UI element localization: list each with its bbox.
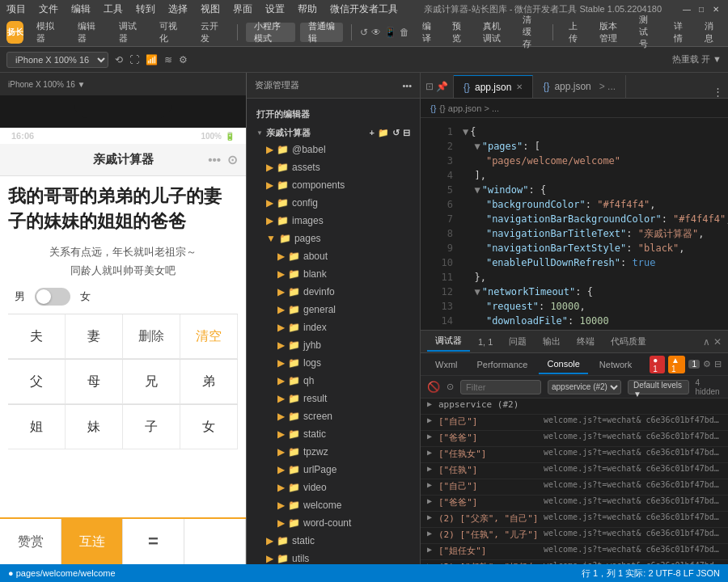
refresh-tree-icon[interactable]: ↺ — [392, 128, 400, 138]
network-icon[interactable]: 📶 — [146, 54, 158, 65]
folder-urlpage[interactable]: ▶ 📁 urlPage — [247, 461, 420, 479]
subtab-wxml[interactable]: Wxml — [427, 355, 466, 374]
menu-item-settings[interactable]: 设置 — [265, 2, 285, 16]
device-select[interactable]: iPhone X 100% 16 — [6, 52, 108, 68]
details-button[interactable]: 详情 — [666, 23, 691, 42]
bottom-interconnect[interactable]: 互连 — [61, 519, 123, 564]
subtab-console[interactable]: Console — [539, 355, 587, 374]
mode-dropdown[interactable]: 小程序模式 — [246, 23, 295, 42]
preview-button[interactable]: 预览 — [444, 23, 469, 42]
more-icon[interactable]: ••• — [208, 153, 221, 167]
refresh-icon[interactable]: ↺ — [360, 27, 368, 38]
menu-item-goto[interactable]: 转到 — [136, 2, 155, 16]
folder-babel[interactable]: ▶ 📁 @babel — [247, 141, 420, 158]
subtab-network[interactable]: Network — [591, 355, 640, 374]
gender-switch[interactable] — [35, 288, 70, 306]
relation-son[interactable]: 子 — [123, 405, 180, 449]
relation-clear[interactable]: 清空 — [180, 314, 238, 359]
tab-close-icon[interactable]: ✕ — [516, 82, 523, 91]
folder-result[interactable]: ▶ 📁 result — [247, 390, 420, 407]
console-source-select[interactable]: appservice (#2) — [548, 380, 621, 394]
relation-husband[interactable]: 夫 — [8, 314, 66, 359]
camera-icon[interactable]: ⊙ — [227, 153, 238, 167]
console-filter-input[interactable] — [460, 380, 541, 394]
menu-item-tools[interactable]: 工具 — [104, 2, 123, 16]
new-file-icon[interactable]: + — [370, 128, 375, 138]
message-button[interactable]: 消息 — [696, 23, 722, 42]
folder-static[interactable]: ▶ 📁 static — [247, 532, 420, 550]
folder-assets[interactable]: ▶ 📁 assets — [247, 158, 420, 176]
folder-video[interactable]: ▶ 📁 video — [247, 479, 420, 496]
folder-about[interactable]: ▶ 📁 about — [247, 247, 420, 265]
phone-icon[interactable]: 📱 — [384, 27, 396, 38]
menu-item-project[interactable]: 项目 — [6, 2, 26, 16]
folder-logs[interactable]: ▶ 📁 logs — [247, 354, 420, 372]
settings2-icon[interactable]: ⚙ — [179, 54, 188, 65]
folder-index[interactable]: ▶ 📁 index — [247, 318, 420, 336]
menu-item-file[interactable]: 文件 — [39, 2, 58, 16]
version-button[interactable]: 版本管理 — [591, 23, 626, 42]
menu-item-edit[interactable]: 编辑 — [71, 2, 91, 16]
folder-word-count[interactable]: ▶ 📁 word-count — [247, 514, 420, 532]
devtools-tab-terminal[interactable]: 终端 — [569, 332, 603, 352]
folder-components[interactable]: ▶ 📁 components — [247, 176, 420, 194]
real-machine-button[interactable]: 真机调试 — [475, 23, 510, 42]
code-editor[interactable]: 1 ▼{ 2 ▼"pages": [ 3 "pages/welcome/welc… — [421, 118, 728, 330]
menu-item-view[interactable]: 视图 — [201, 2, 220, 16]
devtools-tab-console[interactable]: 调试器 — [427, 332, 470, 352]
folder-config[interactable]: ▶ 📁 config — [247, 194, 420, 212]
visible-button[interactable]: 可视化 — [151, 23, 188, 42]
devtools-tab-11[interactable]: 1, 1 — [470, 332, 501, 352]
devtools-tab-issues[interactable]: 问题 — [501, 332, 535, 352]
folder-static-pages[interactable]: ▶ 📁 static — [247, 425, 420, 443]
editor-button[interactable]: 编辑器 — [70, 23, 106, 42]
bookmark-icon[interactable]: ⊡ — [425, 81, 434, 92]
pin-icon[interactable]: 📌 — [436, 81, 448, 92]
relation-mother[interactable]: 母 — [66, 360, 123, 404]
close-button[interactable]: ✕ — [710, 3, 722, 15]
default-levels-btn[interactable]: Default levels ▼ — [628, 380, 689, 394]
testnum-button[interactable]: 测试号 — [631, 23, 661, 42]
menu-item-wechat[interactable]: 微信开发者工具 — [330, 2, 398, 16]
compile-dropdown[interactable]: 普通编辑 — [300, 23, 343, 42]
relation-brother[interactable]: 兄 — [123, 360, 180, 404]
simulator-button[interactable]: 模拟器 — [28, 23, 65, 42]
folder-utils[interactable]: ▶ 📁 utils — [247, 550, 420, 564]
relation-younger-brother[interactable]: 弟 — [180, 360, 238, 404]
maximize-button[interactable]: □ — [696, 3, 707, 15]
devtools-chevron-icon[interactable]: ∧ — [703, 336, 710, 348]
folder-qh[interactable]: ▶ 📁 qh — [247, 372, 420, 390]
console-clear-icon[interactable]: 🚫 — [427, 381, 440, 393]
minimize-button[interactable]: — — [681, 3, 692, 15]
folder-blank[interactable]: ▶ 📁 blank — [247, 265, 420, 283]
clear-cache-button[interactable]: 清缓存 — [514, 23, 544, 42]
devtools-settings-icon[interactable]: ⚙ — [703, 359, 711, 369]
filetree-more-icon[interactable]: ••• — [402, 81, 412, 91]
menu-item-select[interactable]: 选择 — [168, 2, 188, 16]
folder-tpzwz[interactable]: ▶ 📁 tpzwz — [247, 443, 420, 461]
devtools-tab-quality[interactable]: 代码质量 — [603, 332, 654, 352]
menu-item-help[interactable]: 帮助 — [298, 2, 317, 16]
relation-father[interactable]: 父 — [8, 360, 66, 404]
devtools-expand-icon[interactable]: ⊟ — [714, 359, 722, 369]
upload-button[interactable]: 上传 — [561, 23, 586, 42]
subtab-performance[interactable]: Performance — [469, 355, 536, 374]
devtools-close-icon[interactable]: ✕ — [713, 336, 722, 348]
tab-app-json[interactable]: {} app.json ✕ — [454, 75, 533, 98]
fullscreen-icon[interactable]: ⛶ — [129, 54, 139, 65]
console-filter-icon[interactable]: ⊙ — [447, 382, 454, 392]
folder-jyhb[interactable]: ▶ 📁 jyhb — [247, 336, 420, 354]
collapse-icon[interactable]: ⊟ — [403, 128, 410, 138]
relation-elder-sister[interactable]: 姐 — [8, 405, 66, 449]
new-folder-icon[interactable]: 📁 — [378, 128, 389, 138]
relation-younger-sister[interactable]: 妹 — [66, 405, 123, 449]
devtools-tab-output[interactable]: 输出 — [535, 332, 569, 352]
folder-devinfo[interactable]: ▶ 📁 devinfo — [247, 283, 420, 301]
tab-more[interactable]: {} app.json > ... — [533, 75, 626, 98]
folder-welcome[interactable]: ▶ 📁 welcome — [247, 496, 420, 514]
wifi-icon[interactable]: ≋ — [164, 54, 172, 65]
eye-icon[interactable]: 👁 — [371, 27, 381, 38]
folder-pages[interactable]: ▼ 📁 pages — [247, 230, 420, 247]
relation-daughter[interactable]: 女 — [180, 405, 238, 449]
split-editor-icon[interactable]: ⋮ — [713, 86, 723, 98]
